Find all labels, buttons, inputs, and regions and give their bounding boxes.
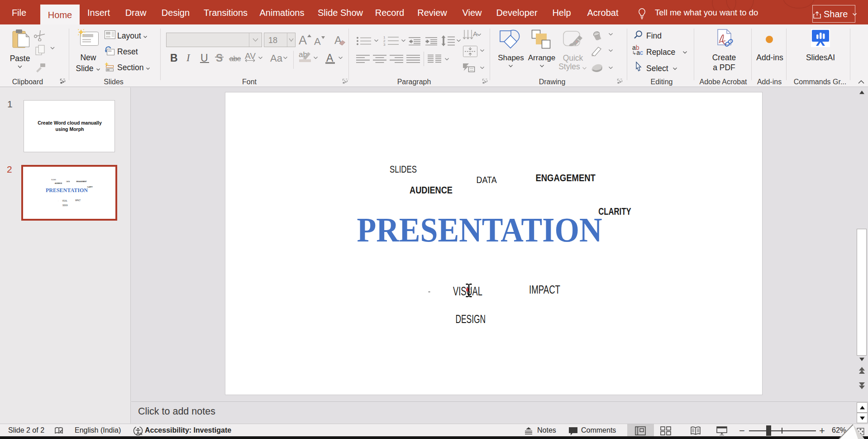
svg-text:DESIGN: DESIGN xyxy=(62,204,67,207)
svg-text:DATA: DATA xyxy=(477,174,497,185)
svg-text:IMPACT: IMPACT xyxy=(75,199,81,202)
svg-text:SLIDES: SLIDES xyxy=(51,179,56,181)
svg-text:PRESENTATION: PRESENTATION xyxy=(357,210,602,249)
svg-text:3: 3 xyxy=(383,43,386,46)
svg-text:ENGAGEMENT: ENGAGEMENT xyxy=(76,181,87,183)
svg-text:SLIDES: SLIDES xyxy=(390,164,417,175)
svg-text:VISUAL: VISUAL xyxy=(62,200,67,202)
svg-text:DATA: DATA xyxy=(66,181,70,183)
svg-text:AUDIENCE: AUDIENCE xyxy=(55,182,62,184)
svg-text:CLARITY: CLARITY xyxy=(598,205,631,217)
svg-text:CLARITY: CLARITY xyxy=(87,186,93,188)
svg-text:AUDIENCE: AUDIENCE xyxy=(410,184,453,196)
svg-text:PRESENTATION: PRESENTATION xyxy=(46,187,88,193)
svg-text:ENGAGEMENT: ENGAGEMENT xyxy=(535,172,596,183)
svg-text:DESIGN: DESIGN xyxy=(455,313,486,325)
svg-text:IMPACT: IMPACT xyxy=(529,283,560,296)
svg-text:18: 18 xyxy=(268,36,277,45)
